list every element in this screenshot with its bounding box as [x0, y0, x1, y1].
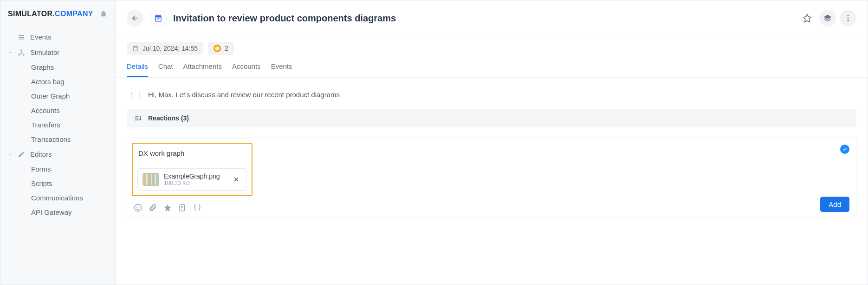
description-number: 1 [129, 91, 140, 99]
tab-label: Accounts [232, 62, 261, 70]
coin-chip[interactable]: 2 [208, 42, 234, 55]
nav-item-forms[interactable]: Forms [0, 162, 115, 176]
nav-label: Graphs [31, 63, 54, 71]
attachment-chip: ExampleGraph.png 100.23 KB [137, 168, 247, 191]
nav-label: Scripts [31, 179, 52, 187]
svg-point-7 [848, 18, 849, 19]
nav-label: Transactions [31, 135, 71, 143]
nav-group-editors[interactable]: Editors [0, 146, 115, 162]
chevron-down-icon [8, 152, 13, 157]
nav-label: Forms [31, 165, 51, 173]
attachment-name: ExampleGraph.png [164, 172, 226, 180]
add-button[interactable]: Add [820, 197, 849, 212]
coin-count: 2 [225, 45, 228, 52]
svg-point-9 [135, 205, 142, 212]
nav-item-communications[interactable]: Communications [0, 191, 115, 205]
svg-rect-0 [19, 35, 24, 36]
tab-details[interactable]: Details [127, 62, 148, 77]
date-chip[interactable]: Jul 10, 2024; 14:55 [127, 42, 203, 55]
date-text: Jul 10, 2024; 14:55 [143, 45, 198, 52]
nav-item-scripts[interactable]: Scripts [0, 176, 115, 191]
compose-area: DX work graph ExampleGraph.png 100.23 KB [127, 138, 856, 218]
nav-group-label-editors: Editors [30, 150, 52, 158]
compose-toolbar [127, 201, 856, 218]
add-button-label: Add [829, 200, 841, 208]
tab-chat[interactable]: Chat [158, 62, 173, 77]
attachment-size: 100.23 KB [164, 180, 226, 186]
tabs: Details Chat Attachments Accounts Events [116, 55, 868, 78]
tab-attachments[interactable]: Attachments [183, 62, 222, 77]
attachment-remove-button[interactable] [231, 174, 242, 185]
nav-item-graphs[interactable]: Graphs [0, 60, 115, 74]
compose-box[interactable]: DX work graph ExampleGraph.png 100.23 KB [132, 143, 253, 196]
content: 1 Hi, Max. Let's discuss and review our … [116, 78, 868, 285]
attachment-info: ExampleGraph.png 100.23 KB [164, 172, 226, 186]
svg-point-4 [19, 54, 20, 55]
svg-point-10 [136, 206, 137, 207]
svg-point-6 [848, 15, 849, 16]
sort-icon [134, 114, 142, 122]
nav-group-simulator[interactable]: Simulator [0, 45, 115, 60]
tab-label: Attachments [183, 62, 222, 70]
star-button[interactable] [799, 10, 816, 27]
svg-point-5 [23, 54, 24, 55]
nav-item-events[interactable]: Events [0, 29, 115, 45]
nav-item-transactions[interactable]: Transactions [0, 132, 115, 146]
meta-row: Jul 10, 2024; 14:55 2 [116, 35, 868, 55]
tab-accounts[interactable]: Accounts [232, 62, 261, 77]
reactions-bar[interactable]: Reactions (3) [127, 109, 856, 127]
back-button[interactable] [127, 10, 143, 27]
description-text: Hi, Max. Let's discuss and review our re… [148, 91, 340, 99]
nav-item-outer-graph[interactable]: Outer Graph [0, 89, 115, 103]
nav-group-label-simulator: Simulator [30, 48, 59, 56]
nav-label: Outer Graph [31, 92, 70, 100]
logo-part2: COMPANY [55, 10, 93, 18]
logo[interactable]: SIMULATOR.COMPANY [8, 10, 93, 18]
reactions-label: Reactions (3) [148, 114, 189, 122]
star-icon[interactable] [163, 204, 172, 212]
nav-item-actors-bag[interactable]: Actors bag [0, 74, 115, 89]
emoji-icon[interactable] [134, 204, 142, 212]
chevron-down-icon [8, 50, 13, 55]
nav-item-accounts[interactable]: Accounts [0, 103, 115, 118]
svg-point-11 [138, 206, 139, 207]
nav: Events Simulator Graphs Actors bag Outer… [0, 27, 115, 221]
coin-icon [214, 45, 221, 52]
svg-rect-1 [19, 37, 24, 38]
compose-status [840, 145, 849, 154]
header: Invitation to review product components … [116, 0, 868, 35]
events-icon [17, 33, 26, 41]
tab-label: Chat [158, 62, 173, 70]
layers-button[interactable] [819, 10, 836, 27]
svg-point-8 [848, 20, 849, 21]
svg-rect-2 [19, 39, 24, 39]
calendar-badge-icon [150, 10, 167, 27]
nav-label: Accounts [31, 106, 60, 114]
tab-events[interactable]: Events [271, 62, 292, 77]
sidebar: SIMULATOR.COMPANY Events Simulator Graph… [0, 0, 116, 285]
nav-label: Actors bag [31, 78, 65, 86]
nav-item-api-gateway[interactable]: API Gateway [0, 205, 115, 219]
compose-inner: DX work graph ExampleGraph.png 100.23 KB [127, 138, 856, 201]
logo-row: SIMULATOR.COMPANY [0, 10, 115, 27]
nav-label: API Gateway [31, 208, 72, 216]
attach-icon[interactable] [149, 204, 157, 212]
attachment-thumb-icon [143, 173, 159, 186]
nav-item-transfers[interactable]: Transfers [0, 118, 115, 132]
logo-part1: SIMULATOR [8, 10, 52, 18]
more-button[interactable] [840, 10, 856, 27]
note-icon[interactable] [178, 204, 187, 212]
page-title: Invitation to review product components … [173, 13, 792, 24]
bell-icon[interactable] [99, 10, 108, 18]
header-actions [799, 10, 856, 27]
nav-label: Communications [31, 194, 83, 202]
main-area: Invitation to review product components … [116, 0, 868, 285]
code-braces-icon[interactable] [193, 204, 201, 212]
description-row: 1 Hi, Max. Let's discuss and review our … [127, 87, 856, 107]
check-icon[interactable] [840, 145, 849, 154]
tab-label: Events [271, 62, 292, 70]
nav-label-events: Events [30, 33, 52, 41]
compose-text[interactable]: DX work graph [137, 148, 247, 161]
svg-point-3 [21, 50, 22, 51]
pencil-icon [17, 151, 26, 158]
